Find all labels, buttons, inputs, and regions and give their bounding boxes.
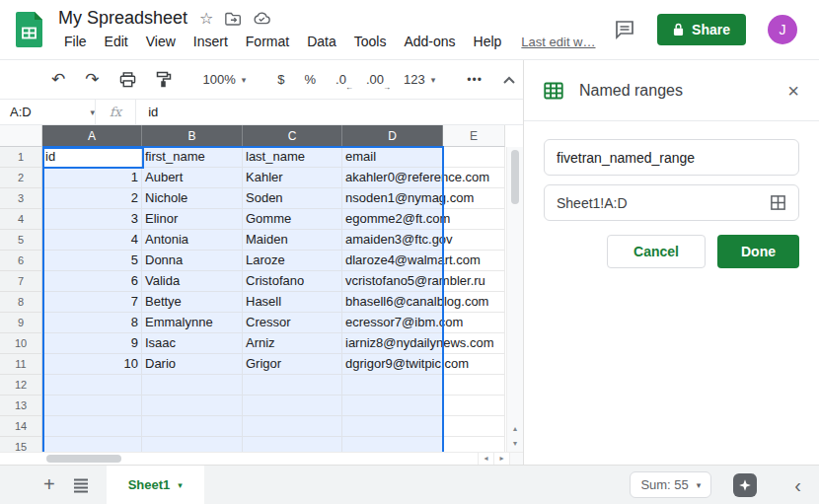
cell-B10[interactable]: Isaac (142, 333, 243, 354)
cell-D11[interactable]: dgrigor9@twitpic.com (342, 354, 443, 375)
row-header-12[interactable]: 12 (0, 375, 42, 396)
cell-A3[interactable]: 2 (42, 188, 142, 209)
cell-E2[interactable] (443, 168, 505, 188)
formula-input[interactable]: id (136, 105, 158, 119)
cell-B15[interactable] (142, 437, 243, 452)
cell-C12[interactable] (243, 375, 342, 396)
cell-B4[interactable]: Elinor (142, 209, 243, 230)
redo-icon[interactable]: ↷ (85, 71, 99, 88)
cell-C14[interactable] (243, 416, 342, 437)
cell-B12[interactable] (142, 375, 243, 396)
cell-E8[interactable] (443, 292, 505, 313)
cell-D1[interactable]: email (342, 147, 443, 168)
cell-D10[interactable]: iarniz8@nydailynews.com (342, 333, 443, 354)
select-all-corner[interactable] (0, 125, 42, 147)
cell-D14[interactable] (342, 416, 443, 437)
scroll-up-icon[interactable]: ▴ (507, 422, 523, 436)
vertical-scrollbar[interactable]: ▴ ▾ (506, 147, 523, 452)
paint-format-icon[interactable] (156, 71, 172, 88)
cell-A11[interactable]: 10 (42, 354, 142, 375)
cell-E15[interactable] (443, 437, 505, 452)
cell-C10[interactable]: Arniz (243, 333, 342, 354)
cell-B14[interactable] (142, 416, 243, 437)
cell-E3[interactable] (443, 188, 505, 209)
row-header-4[interactable]: 4 (0, 209, 42, 230)
format-currency-button[interactable]: $ (277, 72, 284, 87)
expand-panel-chevron-icon[interactable]: ‹ (794, 475, 801, 495)
add-sheet-icon[interactable]: + (43, 473, 55, 496)
cell-A4[interactable]: 3 (42, 209, 142, 230)
cell-D12[interactable] (342, 375, 443, 396)
row-header-3[interactable]: 3 (0, 188, 42, 209)
cell-D9[interactable]: ecressor7@ibm.com (342, 313, 443, 333)
cell-C15[interactable] (243, 437, 342, 452)
column-header-D[interactable]: D (342, 125, 443, 147)
comment-icon[interactable] (614, 19, 635, 40)
cloud-status-icon[interactable] (254, 12, 270, 25)
cell-D3[interactable]: nsoden1@nymag.com (342, 188, 443, 209)
cell-E12[interactable] (443, 375, 505, 396)
row-header-15[interactable]: 15 (0, 437, 42, 452)
cell-C2[interactable]: Kahler (243, 168, 342, 188)
row-header-10[interactable]: 10 (0, 333, 42, 354)
cell-C7[interactable]: Cristofano (243, 271, 342, 292)
zoom-selector[interactable]: 100% ▾ (203, 72, 247, 87)
cell-A10[interactable]: 9 (42, 333, 142, 354)
cell-A14[interactable] (42, 416, 142, 437)
column-header-E[interactable]: E (443, 125, 505, 147)
number-format-button[interactable]: 123 ▾ (404, 72, 435, 87)
cancel-button[interactable]: Cancel (607, 235, 706, 268)
cell-D7[interactable]: vcristofano5@rambler.ru (342, 271, 443, 292)
cell-D4[interactable]: egomme2@ft.com (342, 209, 443, 230)
row-header-1[interactable]: 1 (0, 147, 42, 168)
print-icon[interactable] (119, 72, 136, 88)
cell-B1[interactable]: first_name (142, 147, 243, 168)
cell-C1[interactable]: last_name (243, 147, 342, 168)
scroll-left-icon[interactable]: ◂ (478, 453, 493, 465)
cell-E1[interactable] (443, 147, 505, 168)
cell-A8[interactable]: 7 (42, 292, 142, 313)
all-sheets-icon[interactable] (73, 477, 89, 493)
menu-edit[interactable]: Edit (99, 32, 134, 51)
close-icon[interactable]: × (787, 81, 799, 101)
menu-file[interactable]: File (58, 32, 93, 51)
cell-A7[interactable]: 6 (42, 271, 142, 292)
cell-C6[interactable]: Laroze (243, 251, 342, 271)
cell-D5[interactable]: amaiden3@ftc.gov (342, 230, 443, 251)
cell-E14[interactable] (443, 416, 505, 437)
menu-help[interactable]: Help (468, 32, 508, 51)
cell-A13[interactable] (42, 396, 142, 416)
cell-B5[interactable]: Antonia (142, 230, 243, 251)
last-edit-link[interactable]: Last edit w… (521, 35, 595, 49)
cell-E7[interactable] (443, 271, 505, 292)
cell-E10[interactable] (443, 333, 505, 354)
format-percent-button[interactable]: % (305, 72, 317, 87)
vertical-scrollbar-thumb[interactable] (511, 150, 519, 204)
cell-B9[interactable]: Emmalynne (142, 313, 243, 333)
cell-B7[interactable]: Valida (142, 271, 243, 292)
menu-tools[interactable]: Tools (348, 32, 393, 51)
cell-A1[interactable]: id (42, 147, 142, 168)
cell-D6[interactable]: dlaroze4@walmart.com (342, 251, 443, 271)
cell-B11[interactable]: Dario (142, 354, 243, 375)
cell-E11[interactable] (443, 354, 505, 375)
cell-C4[interactable]: Gomme (243, 209, 342, 230)
row-header-7[interactable]: 7 (0, 271, 42, 292)
column-header-A[interactable]: A (42, 125, 142, 147)
cell-C11[interactable]: Grigor (243, 354, 342, 375)
done-button[interactable]: Done (717, 235, 799, 268)
scroll-right-icon[interactable]: ▸ (493, 453, 509, 465)
move-folder-icon[interactable] (225, 12, 242, 26)
cell-D2[interactable]: akahler0@reference.com (342, 168, 443, 188)
collapse-toolbar-icon[interactable] (502, 75, 516, 85)
cell-D8[interactable]: bhasell6@canalblog.com (342, 292, 443, 313)
sheets-logo-icon[interactable] (16, 12, 42, 47)
row-header-11[interactable]: 11 (0, 354, 42, 375)
horizontal-scrollbar-thumb[interactable] (46, 455, 121, 463)
cell-A12[interactable] (42, 375, 142, 396)
menu-data[interactable]: Data (301, 32, 342, 51)
row-header-6[interactable]: 6 (0, 251, 42, 271)
cell-C3[interactable]: Soden (243, 188, 342, 209)
cell-E5[interactable] (443, 230, 505, 251)
row-header-8[interactable]: 8 (0, 292, 42, 313)
